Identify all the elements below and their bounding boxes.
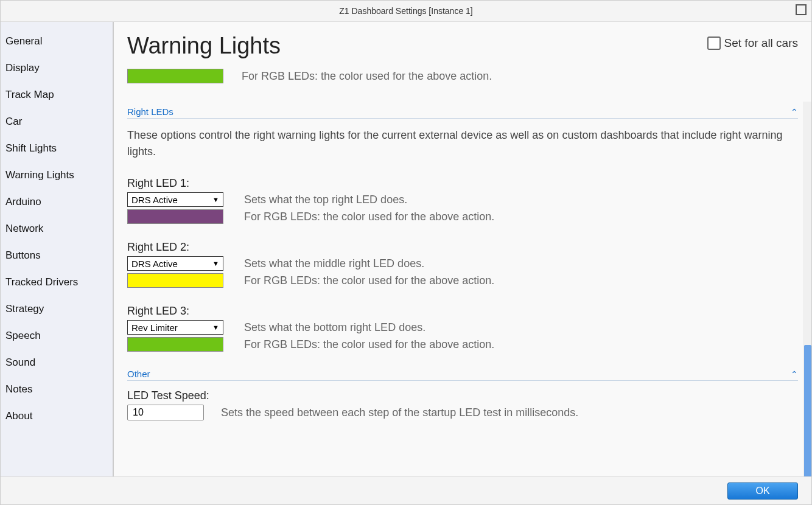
set-all-checkbox[interactable] <box>707 37 721 50</box>
ok-button[interactable]: OK <box>727 482 798 500</box>
top-color-swatch[interactable] <box>127 69 223 83</box>
sidebar-item-strategy[interactable]: Strategy <box>1 296 113 322</box>
right-led-3-color[interactable] <box>127 337 223 352</box>
sidebar-item-sound[interactable]: Sound <box>1 349 113 376</box>
right-leds-intro: These options control the right warning … <box>127 127 798 160</box>
chevron-down-icon: ▼ <box>212 196 219 203</box>
right-led-2-desc2: For RGB LEDs: the color used for the abo… <box>244 274 798 287</box>
sidebar: General Display Track Map Car Shift Ligh… <box>1 22 114 476</box>
chevron-down-icon: ▼ <box>212 324 219 331</box>
right-led-3-value: Rev Limiter <box>131 322 178 333</box>
sidebar-item-display[interactable]: Display <box>1 55 113 82</box>
right-led-2-label: Right LED 2: <box>127 241 798 254</box>
right-led-2-desc1: Sets what the middle right LED does. <box>244 257 798 270</box>
chevron-down-icon: ▼ <box>212 260 219 267</box>
right-led-1-value: DRS Active <box>131 195 178 205</box>
window-title: Z1 Dashboard Settings [Instance 1] <box>339 6 472 16</box>
sidebar-item-general[interactable]: General <box>1 28 113 55</box>
sidebar-item-car[interactable]: Car <box>1 108 113 135</box>
set-all-cars[interactable]: Set for all cars <box>707 37 798 50</box>
right-led-1-desc2: For RGB LEDs: the color used for the abo… <box>244 211 798 223</box>
right-led-1-color[interactable] <box>127 209 223 224</box>
page-title: Warning Lights <box>127 33 281 59</box>
content-area: For RGB LEDs: the color used for the abo… <box>114 65 811 435</box>
chevron-up-icon: ⌃ <box>791 107 798 117</box>
section-other[interactable]: Other ⌃ <box>127 369 798 381</box>
led-test-value: 10 <box>133 407 144 418</box>
sidebar-item-track-map[interactable]: Track Map <box>1 82 113 108</box>
sidebar-item-arduino[interactable]: Arduino <box>1 189 113 215</box>
led-test-label: LED Test Speed: <box>127 389 798 402</box>
scrollbar-track[interactable] <box>803 102 811 476</box>
right-led-3-desc1: Sets what the bottom right LED does. <box>244 321 798 334</box>
section-other-title: Other <box>127 369 150 379</box>
led-test-input[interactable]: 10 <box>127 405 204 420</box>
footer: OK <box>1 476 811 504</box>
maximize-icon[interactable] <box>796 4 807 15</box>
sidebar-item-shift-lights[interactable]: Shift Lights <box>1 135 113 162</box>
sidebar-item-about[interactable]: About <box>1 403 113 430</box>
sidebar-item-network[interactable]: Network <box>1 215 113 242</box>
scrollbar-thumb[interactable] <box>804 345 811 476</box>
right-led-3-label: Right LED 3: <box>127 305 798 318</box>
right-led-3-select[interactable]: Rev Limiter ▼ <box>127 320 223 335</box>
titlebar: Z1 Dashboard Settings [Instance 1] <box>1 1 811 22</box>
top-color-desc: For RGB LEDs: the color used for the abo… <box>242 70 492 83</box>
section-right-leds-title: Right LEDs <box>127 106 173 117</box>
right-led-2-color[interactable] <box>127 273 223 288</box>
led-test-desc: Sets the speed between each step of the … <box>221 406 578 419</box>
sidebar-item-warning-lights[interactable]: Warning Lights <box>1 162 113 189</box>
chevron-up-icon: ⌃ <box>791 369 798 379</box>
right-led-2-select[interactable]: DRS Active ▼ <box>127 256 223 271</box>
right-led-1-label: Right LED 1: <box>127 177 798 190</box>
sidebar-item-speech[interactable]: Speech <box>1 322 113 349</box>
section-right-leds[interactable]: Right LEDs ⌃ <box>127 106 798 119</box>
set-all-label: Set for all cars <box>724 37 798 50</box>
main-panel: Warning Lights Set for all cars For RGB … <box>114 22 811 476</box>
sidebar-item-tracked-drivers[interactable]: Tracked Drivers <box>1 269 113 296</box>
sidebar-item-notes[interactable]: Notes <box>1 376 113 403</box>
right-led-1-select[interactable]: DRS Active ▼ <box>127 192 223 207</box>
right-led-1-desc1: Sets what the top right LED does. <box>244 193 798 206</box>
right-led-3-desc2: For RGB LEDs: the color used for the abo… <box>244 338 798 351</box>
right-led-2-value: DRS Active <box>131 259 178 269</box>
sidebar-item-buttons[interactable]: Buttons <box>1 242 113 269</box>
